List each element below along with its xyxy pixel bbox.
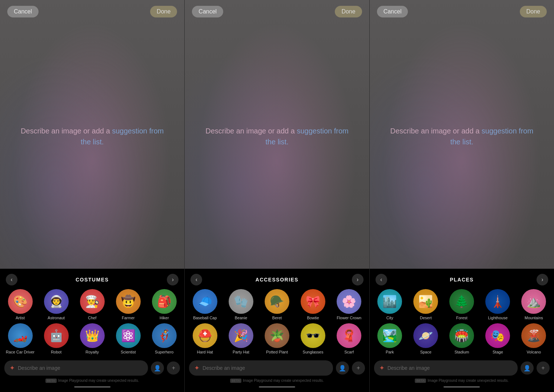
icon-partyhat: 🎉 [229, 323, 253, 348]
main-prompt-text: Describe an image or add a suggestion fr… [203, 125, 351, 147]
label-pottedplant: Potted Plant [266, 350, 288, 355]
icon-volcano: 🌋 [521, 323, 546, 348]
item-forest[interactable]: 🌲Forest [447, 289, 476, 320]
items-row-1: 🏎️Race Car Driver🤖Robot👑Royalty⚛️Scienti… [3, 323, 181, 355]
person-button[interactable]: 👤 [336, 361, 349, 375]
add-button[interactable]: + [167, 361, 180, 375]
item-hardhat[interactable]: ⛑️Hard Hat [190, 323, 220, 355]
item-lighthouse[interactable]: 🗼Lighthouse [483, 289, 512, 320]
category-title: PLACES [450, 277, 474, 283]
home-bar [443, 386, 480, 388]
label-superhero: Superhero [155, 350, 173, 355]
category-title: ACCESSORIES [256, 277, 298, 283]
bottom-panel: ‹COSTUMES›🎨Artist👨‍🚀Astronaut👨‍🍳Chef🤠Far… [0, 269, 184, 392]
item-park[interactable]: 🏞️Park [375, 323, 404, 355]
cancel-button[interactable]: Cancel [7, 6, 39, 17]
top-area: CancelDoneDescribe an image or add a sug… [0, 0, 184, 269]
prev-category-button[interactable]: ‹ [376, 274, 387, 285]
label-forest: Forest [456, 316, 467, 320]
label-partyhat: Party Hat [233, 350, 249, 355]
label-park: Park [386, 350, 394, 355]
icon-scarf: 🧣 [337, 323, 361, 348]
label-scientist: Scientist [121, 350, 136, 355]
icon-city: 🏙️ [377, 289, 402, 314]
item-racecar[interactable]: 🏎️Race Car Driver [6, 323, 35, 355]
item-artist[interactable]: 🎨Artist [6, 289, 35, 320]
item-royalty[interactable]: 👑Royalty [78, 323, 107, 355]
top-area: CancelDoneDescribe an image or add a sug… [370, 0, 554, 269]
label-space: Space [420, 350, 431, 355]
item-beret[interactable]: 🪖Beret [262, 289, 292, 320]
item-farmer[interactable]: 🤠Farmer [114, 289, 143, 320]
done-button[interactable]: Done [150, 6, 177, 17]
item-mountains[interactable]: ⛰️Mountains [519, 289, 548, 320]
playground-icon: ✦ [379, 364, 385, 372]
beta-tag: BETA [415, 379, 426, 383]
input-bar: ✦Describe an image👤+ [0, 357, 184, 378]
item-city[interactable]: 🏙️City [375, 289, 404, 320]
beta-disclaimer: BETAImage Playground may create unexpect… [185, 378, 369, 385]
phone-panel-accessories: CancelDoneDescribe an image or add a sug… [185, 0, 369, 392]
input-placeholder-text: Describe an image [18, 365, 60, 371]
icon-hiker: 🎒 [152, 289, 177, 314]
item-beanie[interactable]: 🧤Beanie [226, 289, 256, 320]
label-mountains: Mountains [525, 316, 543, 320]
item-desert[interactable]: 🏜️Desert [411, 289, 440, 320]
item-sunglasses[interactable]: 🕶️Sunglasses [298, 323, 328, 355]
item-stadium[interactable]: 🏟️Stadium [447, 323, 476, 355]
label-artist: Artist [16, 316, 25, 320]
done-button[interactable]: Done [520, 6, 547, 17]
item-partyhat[interactable]: 🎉Party Hat [226, 323, 256, 355]
icon-hardhat: ⛑️ [193, 323, 217, 348]
item-volcano[interactable]: 🌋Volcano [519, 323, 548, 355]
item-bowtie[interactable]: 🎀Bowtie [298, 289, 328, 320]
input-placeholder-text: Describe an image [388, 365, 430, 371]
icon-superhero: 🦸 [152, 323, 177, 348]
category-header: ‹PLACES› [370, 269, 554, 289]
item-flowercrown[interactable]: 🌸Flower Crown [334, 289, 364, 320]
label-astronaut: Astronaut [48, 316, 65, 320]
phone-panel-costumes: CancelDoneDescribe an image or add a sug… [0, 0, 185, 392]
add-button[interactable]: + [352, 361, 365, 375]
describe-input[interactable]: ✦Describe an image [4, 360, 148, 376]
done-button[interactable]: Done [335, 6, 362, 17]
prev-category-button[interactable]: ‹ [190, 274, 202, 285]
icon-racecar: 🏎️ [8, 323, 33, 348]
label-flowercrown: Flower Crown [337, 316, 361, 320]
cancel-button[interactable]: Cancel [377, 6, 408, 17]
describe-input[interactable]: ✦Describe an image [189, 360, 333, 376]
add-button[interactable]: + [537, 361, 550, 375]
item-chef[interactable]: 👨‍🍳Chef [78, 289, 107, 320]
label-desert: Desert [420, 316, 431, 320]
prev-category-button[interactable]: ‹ [6, 274, 17, 285]
next-category-button[interactable]: › [537, 274, 548, 285]
items-row-1: ⛑️Hard Hat🎉Party Hat🪴Potted Plant🕶️Sungl… [188, 323, 366, 355]
home-bar [74, 386, 111, 388]
label-royalty: Royalty [85, 350, 99, 355]
item-hiker[interactable]: 🎒Hiker [150, 289, 179, 320]
input-bar: ✦Describe an image👤+ [185, 357, 369, 378]
label-hardhat: Hard Hat [197, 350, 213, 355]
item-pottedplant[interactable]: 🪴Potted Plant [262, 323, 292, 355]
top-bar: CancelDone [0, 0, 184, 21]
person-button[interactable]: 👤 [521, 361, 534, 375]
main-prompt-text: Describe an image or add a suggestion fr… [19, 125, 166, 147]
input-placeholder-text: Describe an image [202, 365, 245, 371]
item-robot[interactable]: 🤖Robot [42, 323, 71, 355]
next-category-button[interactable]: › [167, 274, 178, 285]
person-button[interactable]: 👤 [151, 361, 164, 375]
cancel-button[interactable]: Cancel [192, 6, 223, 17]
playground-icon: ✦ [9, 364, 15, 372]
item-superhero[interactable]: 🦸Superhero [150, 323, 179, 355]
item-baseball[interactable]: 🧢Baseball Cap [190, 289, 220, 320]
icon-space: 🪐 [413, 323, 438, 348]
describe-input[interactable]: ✦Describe an image [374, 360, 518, 376]
next-category-button[interactable]: › [352, 274, 364, 285]
item-scientist[interactable]: ⚛️Scientist [114, 323, 143, 355]
item-astronaut[interactable]: 👨‍🚀Astronaut [42, 289, 71, 320]
item-scarf[interactable]: 🧣Scarf [334, 323, 364, 355]
label-beanie: Beanie [235, 316, 247, 320]
item-space[interactable]: 🪐Space [411, 323, 440, 355]
items-row-1: 🏞️Park🪐Space🏟️Stadium🎭Stage🌋Volcano [373, 323, 551, 355]
item-stage[interactable]: 🎭Stage [483, 323, 512, 355]
